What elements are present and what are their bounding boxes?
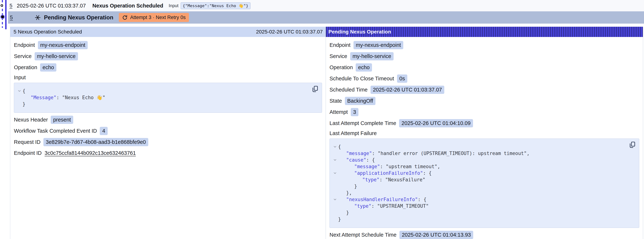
- field-label: Endpoint: [14, 42, 35, 48]
- json-text: }: [354, 184, 357, 189]
- field-value-badge: 3e829b7e-7d67-4b08-aad3-b1e868bfe9e0: [44, 138, 148, 146]
- code-line: {: [332, 144, 626, 150]
- code-gutter: [332, 203, 338, 209]
- code-gutter: [332, 190, 338, 196]
- field-row: Endpoint ID3c0c75ccfa8144b092c13ce632463…: [14, 149, 322, 157]
- panel-title: Pending Nexus Operation: [328, 29, 391, 35]
- json-text: :: [380, 177, 385, 182]
- field-row: Request ID3e829b7e-7d67-4b08-aad3-b1e868…: [14, 138, 322, 146]
- field-row: Workflow Task Completed Event ID4: [14, 127, 322, 135]
- field-label: Request ID: [14, 139, 40, 145]
- event-time: 2025-02-26 UTC 01:03:37.07: [17, 3, 86, 9]
- field-label: Endpoint ID: [14, 150, 42, 156]
- field-row: Operationecho: [14, 63, 322, 72]
- json-text: }: [22, 102, 26, 107]
- code-line: "type": "UPSTREAM_TIMEOUT": [332, 203, 626, 209]
- collapse-chevron-icon[interactable]: [332, 157, 338, 163]
- json-text: {: [22, 88, 26, 94]
- panel-title: 5 Nexus Operation Scheduled: [14, 29, 82, 35]
- json-text: "upstream timeout",: [386, 164, 440, 169]
- code-gutter: [332, 150, 338, 157]
- event-id-link[interactable]: 5: [10, 3, 12, 8]
- json-key: "Message": [30, 95, 56, 100]
- code-gutter: [16, 101, 22, 108]
- field-value-badge: echo: [40, 63, 56, 72]
- field-row: Schedule To Close Timeout0s: [330, 74, 639, 83]
- json-key: "type": [362, 177, 380, 182]
- field-value-badge: my-nexus-endpoint: [354, 41, 404, 49]
- field-value-link[interactable]: 3c0c75ccfa8144b092c13ce632463761: [45, 150, 136, 156]
- json-text: :: [372, 203, 377, 209]
- retry-icon: [122, 15, 128, 20]
- json-text: : {: [366, 157, 375, 163]
- field-value-badge: BackingOff: [345, 97, 376, 105]
- field-label: Scheduled Time: [330, 87, 368, 93]
- input-preview-chip: {"Message":"Nexus Echo 👋"}: [181, 2, 250, 9]
- field-label: Operation: [14, 64, 37, 70]
- field-row: Servicemy-hello-service: [330, 52, 639, 60]
- pending-asterisk-icon: [34, 14, 41, 21]
- event-row-scheduled[interactable]: 5 2025-02-26 UTC 01:03:37.07 Nexus Opera…: [8, 0, 644, 11]
- collapse-chevron-icon[interactable]: [332, 170, 338, 176]
- json-text: :: [380, 164, 386, 169]
- json-key: "message": [346, 150, 372, 156]
- field-value-badge: 0s: [397, 74, 408, 83]
- field-row: StateBackingOff: [330, 97, 639, 105]
- collapse-chevron-icon[interactable]: [332, 196, 338, 203]
- copy-icon-button[interactable]: [312, 86, 318, 92]
- collapse-chevron-icon[interactable]: [332, 144, 338, 150]
- field-value-badge: 2025-02-26 UTC 01:04:10.09: [399, 119, 473, 127]
- copy-icon-button[interactable]: [629, 141, 636, 148]
- code-line: {: [16, 88, 309, 94]
- code-line: },: [332, 190, 626, 196]
- code-line: "message": "handler error (UPSTREAM_TIME…: [332, 150, 626, 157]
- event-detail-split: 5 Nexus Operation Scheduled 2025-02-26 U…: [10, 27, 643, 239]
- code-gutter: [332, 216, 338, 222]
- field-row: Last Attempt Complete Time2025-02-26 UTC…: [330, 119, 639, 127]
- field-label: Last Attempt Complete Time: [330, 120, 396, 126]
- json-text: "handler error (UPSTREAM_TIMEOUT): upstr…: [378, 150, 530, 156]
- workflow-event-history-view: 5 2025-02-26 UTC 01:03:37.07 Nexus Opera…: [0, 0, 644, 239]
- field-label: Service: [14, 53, 32, 59]
- field-value-badge: 3: [351, 108, 358, 116]
- json-text: : {: [418, 197, 426, 202]
- code-line: "cause": {: [332, 157, 626, 163]
- field-value-badge: present: [51, 116, 73, 124]
- retry-badge-label: Attempt 3 · Next Retry 0s: [130, 15, 186, 20]
- json-key: "cause": [346, 157, 366, 163]
- collapse-chevron-icon[interactable]: [16, 88, 22, 94]
- code-section-label: Last Attempt Failure: [330, 130, 639, 136]
- json-text: {: [338, 144, 341, 150]
- field-value-badge: my-nexus-endpoint: [38, 41, 88, 49]
- field-row: Attempt3: [330, 108, 639, 116]
- scheduled-event-panel: 5 Nexus Operation Scheduled 2025-02-26 U…: [10, 27, 326, 239]
- event-title: Pending Nexus Operation: [44, 14, 113, 21]
- code-gutter: [332, 163, 338, 170]
- field-value-badge: my-hello-service: [350, 52, 394, 60]
- code-line: "applicationFailureInfo": {: [332, 170, 626, 176]
- event-id-link[interactable]: 5: [10, 14, 13, 20]
- field-label: Operation: [330, 64, 353, 70]
- json-code-block: {"message": "handler error (UPSTREAM_TIM…: [330, 138, 639, 228]
- json-text: :: [372, 150, 378, 156]
- json-key: "message": [354, 164, 380, 169]
- field-label: State: [330, 98, 342, 104]
- field-label: Endpoint: [330, 42, 350, 48]
- code-line: }: [332, 216, 626, 222]
- field-label: Service: [330, 53, 347, 59]
- field-label: Attempt: [330, 109, 348, 115]
- json-key: "nexusHandlerFailureInfo": [346, 197, 418, 202]
- retry-status-badge: Attempt 3 · Next Retry 0s: [119, 13, 189, 22]
- code-line: "message": "upstream timeout",: [332, 163, 626, 170]
- json-text: : {: [423, 170, 432, 176]
- field-row: Next Attempt Schedule Time2025-02-26 UTC…: [330, 231, 639, 239]
- timeline-open-circle-icon: [0, 4, 3, 7]
- code-line: "type": "NexusFailure": [332, 176, 626, 183]
- event-row-pending[interactable]: 5 Pending Nexus Operation Attempt 3 · Ne…: [8, 11, 644, 24]
- field-label: Workflow Task Completed Event ID: [14, 128, 97, 134]
- timeline-rail: [0, 0, 8, 31]
- code-section-label: Input: [14, 74, 322, 80]
- field-value-badge: echo: [356, 63, 372, 72]
- event-title: Nexus Operation Scheduled: [92, 3, 163, 9]
- pending-operation-panel: Pending Nexus Operation Endpointmy-nexus…: [326, 27, 643, 239]
